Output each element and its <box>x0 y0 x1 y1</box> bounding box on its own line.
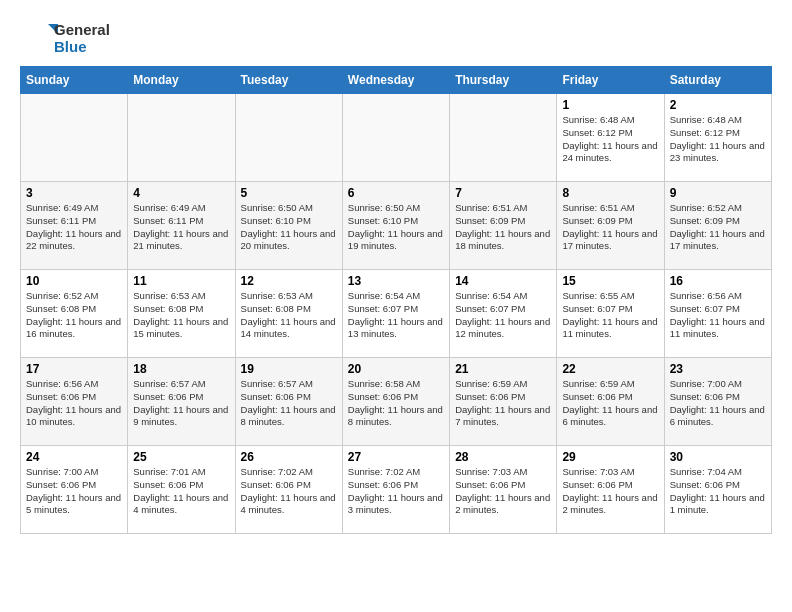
logo: General Blue <box>20 20 110 56</box>
day-info: Sunrise: 6:58 AM Sunset: 6:06 PM Dayligh… <box>348 378 444 429</box>
day-number: 24 <box>26 450 122 464</box>
calendar-day-cell: 15Sunrise: 6:55 AM Sunset: 6:07 PM Dayli… <box>557 270 664 358</box>
day-number: 23 <box>670 362 766 376</box>
day-number: 20 <box>348 362 444 376</box>
calendar-day-cell: 5Sunrise: 6:50 AM Sunset: 6:10 PM Daylig… <box>235 182 342 270</box>
day-info: Sunrise: 6:49 AM Sunset: 6:11 PM Dayligh… <box>26 202 122 253</box>
logo-general: General <box>54 21 110 38</box>
calendar-day-cell: 18Sunrise: 6:57 AM Sunset: 6:06 PM Dayli… <box>128 358 235 446</box>
day-number: 3 <box>26 186 122 200</box>
day-number: 18 <box>133 362 229 376</box>
calendar-day-cell: 20Sunrise: 6:58 AM Sunset: 6:06 PM Dayli… <box>342 358 449 446</box>
calendar-table: SundayMondayTuesdayWednesdayThursdayFrid… <box>20 66 772 534</box>
calendar-day-cell: 28Sunrise: 7:03 AM Sunset: 6:06 PM Dayli… <box>450 446 557 534</box>
day-number: 26 <box>241 450 337 464</box>
day-number: 28 <box>455 450 551 464</box>
calendar-day-cell: 19Sunrise: 6:57 AM Sunset: 6:06 PM Dayli… <box>235 358 342 446</box>
calendar-day-cell: 11Sunrise: 6:53 AM Sunset: 6:08 PM Dayli… <box>128 270 235 358</box>
day-number: 17 <box>26 362 122 376</box>
calendar-day-cell: 30Sunrise: 7:04 AM Sunset: 6:06 PM Dayli… <box>664 446 771 534</box>
day-number: 1 <box>562 98 658 112</box>
day-info: Sunrise: 6:56 AM Sunset: 6:06 PM Dayligh… <box>26 378 122 429</box>
calendar-day-cell: 8Sunrise: 6:51 AM Sunset: 6:09 PM Daylig… <box>557 182 664 270</box>
day-info: Sunrise: 6:48 AM Sunset: 6:12 PM Dayligh… <box>670 114 766 165</box>
day-info: Sunrise: 7:02 AM Sunset: 6:06 PM Dayligh… <box>241 466 337 517</box>
calendar-day-cell: 12Sunrise: 6:53 AM Sunset: 6:08 PM Dayli… <box>235 270 342 358</box>
calendar-day-cell: 6Sunrise: 6:50 AM Sunset: 6:10 PM Daylig… <box>342 182 449 270</box>
day-number: 15 <box>562 274 658 288</box>
calendar-day-cell: 26Sunrise: 7:02 AM Sunset: 6:06 PM Dayli… <box>235 446 342 534</box>
page-header: General Blue <box>20 20 772 56</box>
calendar-week-2: 3Sunrise: 6:49 AM Sunset: 6:11 PM Daylig… <box>21 182 772 270</box>
day-info: Sunrise: 7:03 AM Sunset: 6:06 PM Dayligh… <box>562 466 658 517</box>
day-info: Sunrise: 6:49 AM Sunset: 6:11 PM Dayligh… <box>133 202 229 253</box>
day-number: 13 <box>348 274 444 288</box>
day-number: 30 <box>670 450 766 464</box>
weekday-header-monday: Monday <box>128 67 235 94</box>
day-number: 12 <box>241 274 337 288</box>
day-number: 27 <box>348 450 444 464</box>
day-info: Sunrise: 6:56 AM Sunset: 6:07 PM Dayligh… <box>670 290 766 341</box>
calendar-day-cell: 13Sunrise: 6:54 AM Sunset: 6:07 PM Dayli… <box>342 270 449 358</box>
logo-blue: Blue <box>54 38 110 55</box>
day-number: 6 <box>348 186 444 200</box>
day-info: Sunrise: 6:50 AM Sunset: 6:10 PM Dayligh… <box>241 202 337 253</box>
day-number: 5 <box>241 186 337 200</box>
calendar-week-1: 1Sunrise: 6:48 AM Sunset: 6:12 PM Daylig… <box>21 94 772 182</box>
day-number: 14 <box>455 274 551 288</box>
day-info: Sunrise: 6:50 AM Sunset: 6:10 PM Dayligh… <box>348 202 444 253</box>
calendar-day-cell: 2Sunrise: 6:48 AM Sunset: 6:12 PM Daylig… <box>664 94 771 182</box>
calendar-header-row: SundayMondayTuesdayWednesdayThursdayFrid… <box>21 67 772 94</box>
day-info: Sunrise: 6:57 AM Sunset: 6:06 PM Dayligh… <box>133 378 229 429</box>
day-info: Sunrise: 6:51 AM Sunset: 6:09 PM Dayligh… <box>562 202 658 253</box>
calendar-day-cell <box>21 94 128 182</box>
day-number: 19 <box>241 362 337 376</box>
day-info: Sunrise: 6:54 AM Sunset: 6:07 PM Dayligh… <box>348 290 444 341</box>
day-info: Sunrise: 6:52 AM Sunset: 6:09 PM Dayligh… <box>670 202 766 253</box>
day-number: 22 <box>562 362 658 376</box>
weekday-header-tuesday: Tuesday <box>235 67 342 94</box>
weekday-header-friday: Friday <box>557 67 664 94</box>
weekday-header-saturday: Saturday <box>664 67 771 94</box>
day-number: 2 <box>670 98 766 112</box>
calendar-day-cell <box>235 94 342 182</box>
day-info: Sunrise: 7:02 AM Sunset: 6:06 PM Dayligh… <box>348 466 444 517</box>
calendar-day-cell: 24Sunrise: 7:00 AM Sunset: 6:06 PM Dayli… <box>21 446 128 534</box>
calendar-day-cell: 23Sunrise: 7:00 AM Sunset: 6:06 PM Dayli… <box>664 358 771 446</box>
calendar-day-cell <box>128 94 235 182</box>
calendar-day-cell <box>450 94 557 182</box>
day-info: Sunrise: 6:55 AM Sunset: 6:07 PM Dayligh… <box>562 290 658 341</box>
calendar-day-cell: 1Sunrise: 6:48 AM Sunset: 6:12 PM Daylig… <box>557 94 664 182</box>
weekday-header-wednesday: Wednesday <box>342 67 449 94</box>
day-number: 9 <box>670 186 766 200</box>
calendar-day-cell: 17Sunrise: 6:56 AM Sunset: 6:06 PM Dayli… <box>21 358 128 446</box>
day-info: Sunrise: 7:04 AM Sunset: 6:06 PM Dayligh… <box>670 466 766 517</box>
day-info: Sunrise: 6:53 AM Sunset: 6:08 PM Dayligh… <box>241 290 337 341</box>
day-info: Sunrise: 6:51 AM Sunset: 6:09 PM Dayligh… <box>455 202 551 253</box>
calendar-day-cell: 4Sunrise: 6:49 AM Sunset: 6:11 PM Daylig… <box>128 182 235 270</box>
day-number: 11 <box>133 274 229 288</box>
day-number: 4 <box>133 186 229 200</box>
day-number: 25 <box>133 450 229 464</box>
calendar-day-cell: 3Sunrise: 6:49 AM Sunset: 6:11 PM Daylig… <box>21 182 128 270</box>
calendar-day-cell: 9Sunrise: 6:52 AM Sunset: 6:09 PM Daylig… <box>664 182 771 270</box>
day-info: Sunrise: 6:54 AM Sunset: 6:07 PM Dayligh… <box>455 290 551 341</box>
calendar-day-cell: 10Sunrise: 6:52 AM Sunset: 6:08 PM Dayli… <box>21 270 128 358</box>
day-info: Sunrise: 7:01 AM Sunset: 6:06 PM Dayligh… <box>133 466 229 517</box>
calendar-day-cell: 21Sunrise: 6:59 AM Sunset: 6:06 PM Dayli… <box>450 358 557 446</box>
day-info: Sunrise: 6:59 AM Sunset: 6:06 PM Dayligh… <box>455 378 551 429</box>
calendar-day-cell: 25Sunrise: 7:01 AM Sunset: 6:06 PM Dayli… <box>128 446 235 534</box>
day-number: 8 <box>562 186 658 200</box>
day-number: 21 <box>455 362 551 376</box>
day-info: Sunrise: 6:53 AM Sunset: 6:08 PM Dayligh… <box>133 290 229 341</box>
calendar-day-cell <box>342 94 449 182</box>
day-number: 10 <box>26 274 122 288</box>
calendar-week-4: 17Sunrise: 6:56 AM Sunset: 6:06 PM Dayli… <box>21 358 772 446</box>
day-info: Sunrise: 7:00 AM Sunset: 6:06 PM Dayligh… <box>26 466 122 517</box>
day-number: 29 <box>562 450 658 464</box>
day-info: Sunrise: 7:00 AM Sunset: 6:06 PM Dayligh… <box>670 378 766 429</box>
calendar-day-cell: 16Sunrise: 6:56 AM Sunset: 6:07 PM Dayli… <box>664 270 771 358</box>
day-number: 16 <box>670 274 766 288</box>
calendar-day-cell: 14Sunrise: 6:54 AM Sunset: 6:07 PM Dayli… <box>450 270 557 358</box>
calendar-week-3: 10Sunrise: 6:52 AM Sunset: 6:08 PM Dayli… <box>21 270 772 358</box>
